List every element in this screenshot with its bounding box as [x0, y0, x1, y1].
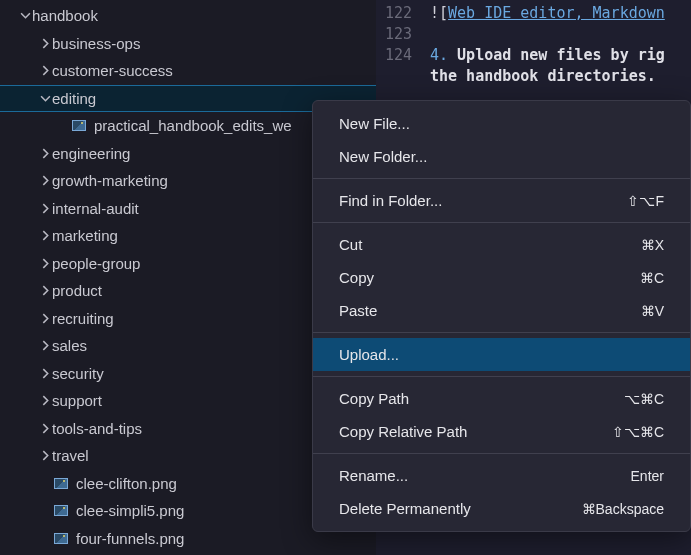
- menu-separator: [313, 178, 690, 179]
- menu-item[interactable]: Copy Relative Path⇧⌥⌘C: [313, 415, 690, 448]
- menu-item-label: Find in Folder...: [339, 192, 442, 209]
- menu-item-label: Copy Path: [339, 390, 409, 407]
- chevron-right-icon: [38, 175, 52, 186]
- chevron-right-icon: [38, 230, 52, 241]
- chevron-right-icon: [38, 38, 52, 49]
- menu-item-shortcut: ⌥⌘C: [624, 391, 664, 407]
- menu-item-label: Rename...: [339, 467, 408, 484]
- chevron-right-icon: [38, 340, 52, 351]
- tree-label: engineering: [52, 145, 130, 162]
- chevron-right-icon: [38, 203, 52, 214]
- tree-label: people-group: [52, 255, 140, 272]
- tree-label: customer-success: [52, 62, 173, 79]
- tree-label: practical_handbook_edits_we: [94, 117, 292, 134]
- tree-label: sales: [52, 337, 87, 354]
- tree-label: clee-simpli5.png: [76, 502, 184, 519]
- chevron-right-icon: [38, 285, 52, 296]
- menu-item-label: Upload...: [339, 346, 399, 363]
- menu-separator: [313, 332, 690, 333]
- tree-label: travel: [52, 447, 89, 464]
- tree-folder[interactable]: customer-success: [0, 57, 376, 85]
- line-number: 122: [376, 4, 430, 22]
- code-content: the handbook directories.: [430, 67, 656, 85]
- code-line: 1244. Upload new files by rig: [376, 44, 691, 65]
- image-file-icon: [70, 120, 88, 131]
- menu-item-label: New File...: [339, 115, 410, 132]
- tree-label: four-funnels.png: [76, 530, 184, 547]
- tree-label: tools-and-tips: [52, 420, 142, 437]
- menu-item[interactable]: New Folder...: [313, 140, 690, 173]
- tree-folder[interactable]: business-ops: [0, 30, 376, 58]
- image-file-icon: [52, 505, 70, 516]
- menu-item-label: New Folder...: [339, 148, 427, 165]
- code-content: 4. Upload new files by rig: [430, 46, 665, 64]
- menu-separator: [313, 453, 690, 454]
- chevron-right-icon: [38, 423, 52, 434]
- menu-item[interactable]: Copy⌘C: [313, 261, 690, 294]
- chevron-right-icon: [38, 148, 52, 159]
- tree-label: support: [52, 392, 102, 409]
- menu-item-shortcut: ⌘Backspace: [582, 501, 664, 517]
- menu-item-shortcut: ⇧⌥F: [627, 193, 664, 209]
- tree-label: clee-clifton.png: [76, 475, 177, 492]
- image-file-icon: [52, 478, 70, 489]
- menu-item-shortcut: Enter: [631, 468, 664, 484]
- menu-item[interactable]: Paste⌘V: [313, 294, 690, 327]
- menu-item[interactable]: Rename...Enter: [313, 459, 690, 492]
- menu-item[interactable]: Copy Path⌥⌘C: [313, 382, 690, 415]
- tree-folder-root[interactable]: handbook: [0, 2, 376, 30]
- chevron-right-icon: [38, 65, 52, 76]
- tree-label: business-ops: [52, 35, 140, 52]
- menu-item-label: Copy: [339, 269, 374, 286]
- menu-item-shortcut: ⇧⌥⌘C: [612, 424, 664, 440]
- tree-label: security: [52, 365, 104, 382]
- menu-separator: [313, 376, 690, 377]
- menu-item-label: Cut: [339, 236, 362, 253]
- tree-label: handbook: [32, 7, 98, 24]
- chevron-right-icon: [38, 450, 52, 461]
- tree-label: growth-marketing: [52, 172, 168, 189]
- context-menu[interactable]: New File...New Folder...Find in Folder..…: [312, 100, 691, 532]
- chevron-down-icon: [38, 93, 52, 104]
- chevron-right-icon: [38, 258, 52, 269]
- menu-item-label: Copy Relative Path: [339, 423, 467, 440]
- chevron-right-icon: [38, 313, 52, 324]
- menu-separator: [313, 222, 690, 223]
- tree-label: recruiting: [52, 310, 114, 327]
- menu-item-shortcut: ⌘C: [640, 270, 664, 286]
- menu-item[interactable]: Upload...: [313, 338, 690, 371]
- menu-item[interactable]: Cut⌘X: [313, 228, 690, 261]
- code-line: 123: [376, 23, 691, 44]
- line-number: 123: [376, 25, 430, 43]
- line-number: 124: [376, 46, 430, 64]
- chevron-right-icon: [38, 368, 52, 379]
- code-line: the handbook directories.: [376, 65, 691, 86]
- code-line: 122![Web IDE editor, Markdown: [376, 2, 691, 23]
- code-content: ![Web IDE editor, Markdown: [430, 4, 665, 22]
- menu-item-label: Delete Permanently: [339, 500, 471, 517]
- menu-item[interactable]: New File...: [313, 107, 690, 140]
- menu-item-shortcut: ⌘V: [641, 303, 664, 319]
- menu-item[interactable]: Find in Folder...⇧⌥F: [313, 184, 690, 217]
- chevron-right-icon: [38, 395, 52, 406]
- image-file-icon: [52, 533, 70, 544]
- tree-label: marketing: [52, 227, 118, 244]
- menu-item-shortcut: ⌘X: [641, 237, 664, 253]
- tree-label: product: [52, 282, 102, 299]
- menu-item-label: Paste: [339, 302, 377, 319]
- chevron-down-icon: [18, 10, 32, 21]
- menu-item[interactable]: Delete Permanently⌘Backspace: [313, 492, 690, 525]
- tree-label: internal-audit: [52, 200, 139, 217]
- tree-label: editing: [52, 90, 96, 107]
